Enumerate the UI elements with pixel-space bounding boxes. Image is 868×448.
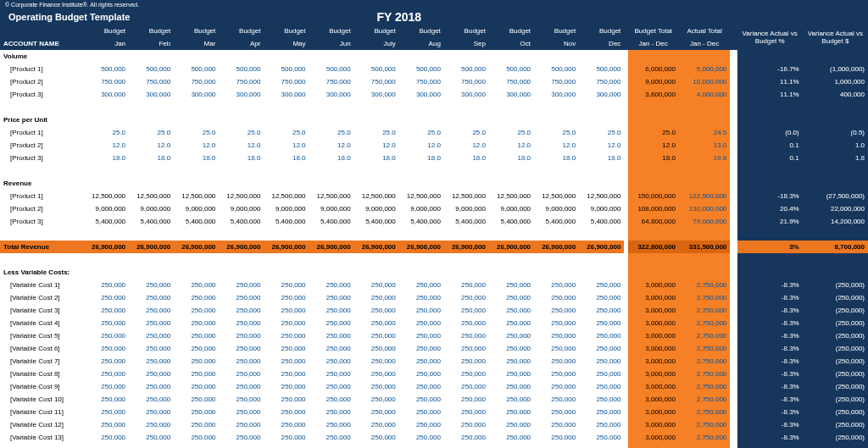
row-label: [Product 1] — [0, 126, 84, 139]
row-label: [Variable Cost 3] — [0, 304, 84, 317]
budget-total: 18.0 — [628, 152, 679, 164]
blank-row — [0, 164, 868, 177]
variable-costs-header: Less Variable Costs: — [0, 266, 868, 279]
actual-total: 130,000,000 — [679, 202, 730, 215]
variance-amt: (1,000,000) — [803, 63, 868, 75]
budget-total: 3,000,000 — [628, 317, 679, 329]
actual-total: 2,750,000 — [679, 444, 730, 448]
budget-total: 322,800,000 — [628, 241, 679, 253]
budget-total: 3,000,000 — [628, 406, 679, 418]
actual-total: 2,750,000 — [679, 304, 730, 317]
variance-amt: (250,000) — [803, 406, 868, 418]
budget-total: 3,000,000 — [628, 418, 679, 431]
row-label: [Variable Cost 8] — [0, 368, 84, 380]
row-label: [Product 3] — [0, 152, 84, 164]
budget-total: 64,800,000 — [628, 215, 679, 228]
variance-pct: 3% — [737, 241, 803, 253]
variance-amt: (250,000) — [803, 304, 868, 317]
variance-amt: (0.5) — [803, 126, 868, 139]
variance-pct: -8.3% — [737, 355, 803, 368]
hdr-variance-amt: Variance Actual vs Budget $ — [803, 25, 868, 50]
row-label: [Product 1] — [0, 63, 84, 75]
blank-row — [0, 101, 868, 113]
variance-pct: -8.3% — [737, 418, 803, 431]
data-row: [Product 3]18.018.018.018.018.018.018.01… — [0, 152, 868, 164]
row-label: [Variable Cost 5] — [0, 329, 84, 342]
data-row: [Product 3]300,000300,000300,000300,0003… — [0, 88, 868, 101]
variance-amt: (250,000) — [803, 393, 868, 406]
data-row: [Variable Cost 5]250,000250,000250,00025… — [0, 329, 868, 342]
variance-amt: 400,000 — [803, 88, 868, 101]
variance-pct: 0.1 — [737, 139, 803, 152]
budget-total: 3,000,000 — [628, 291, 679, 304]
data-row: [Variable Cost 11]250,000250,000250,0002… — [0, 406, 868, 418]
variance-pct: 21.9% — [737, 215, 803, 228]
actual-total: 2,750,000 — [679, 431, 730, 444]
data-row: [Product 1]25.025.025.025.025.025.025.02… — [0, 126, 868, 139]
variance-amt: (250,000) — [803, 291, 868, 304]
data-row: [Variable Cost 13]250,000250,000250,0002… — [0, 431, 868, 444]
data-row: [Variable Cost 9]250,000250,000250,00025… — [0, 380, 868, 393]
budget-total: 3,600,000 — [628, 88, 679, 101]
variance-amt: 1,000,000 — [803, 75, 868, 88]
row-label: [Product 1] — [0, 190, 84, 202]
actual-total: 2,750,000 — [679, 329, 730, 342]
data-row: [Variable Cost 4]250,000250,000250,00025… — [0, 317, 868, 329]
data-row: [Variable Cost 7]250,000250,000250,00025… — [0, 355, 868, 368]
actual-total: 79,000,000 — [679, 215, 730, 228]
variance-amt: (250,000) — [803, 431, 868, 444]
fiscal-year: FY 2018 — [174, 9, 624, 25]
variance-pct: -8.3% — [737, 304, 803, 317]
budget-table: Operating Budget Template FY 2018 Budget… — [0, 9, 868, 448]
row-label: [Variable Cost 1] — [0, 279, 84, 291]
row-label: [Variable Cost 11] — [0, 406, 84, 418]
section-title: Volume — [0, 50, 84, 63]
section-header: Price per Unit — [0, 113, 868, 126]
section-title: Revenue — [0, 177, 84, 190]
data-row: [Product 1]12,500,00012,500,00012,500,00… — [0, 190, 868, 202]
actual-total: 2,750,000 — [679, 279, 730, 291]
row-label: [Product 3] — [0, 88, 84, 101]
section-title: Price per Unit — [0, 113, 84, 126]
budget-total: 150,000,000 — [628, 190, 679, 202]
data-row: [Variable Cost 3]250,000250,000250,00025… — [0, 304, 868, 317]
actual-total: 2,750,000 — [679, 368, 730, 380]
actual-total: 2,750,000 — [679, 317, 730, 329]
actual-total: 2,750,000 — [679, 342, 730, 355]
variance-pct: -8.3% — [737, 444, 803, 448]
actual-total: 2,750,000 — [679, 355, 730, 368]
actual-total: 122,500,000 — [679, 190, 730, 202]
variance-pct: -8.3% — [737, 342, 803, 355]
total-revenue-row: Total Revenue26,900,00026,900,00026,900,… — [0, 241, 868, 253]
data-row: [Variable Cost 10]250,000250,000250,0002… — [0, 393, 868, 406]
variance-pct: 11.1% — [737, 75, 803, 88]
variance-amt: (250,000) — [803, 279, 868, 291]
hdr-budget-total: Budget Total — [628, 25, 679, 37]
budget-total: 3,000,000 — [628, 342, 679, 355]
row-label: [Variable Cost 14] — [0, 444, 84, 448]
actual-total: 4,000,000 — [679, 88, 730, 101]
variance-amt: 22,000,000 — [803, 202, 868, 215]
data-row: [Product 1]500,000500,000500,000500,0005… — [0, 63, 868, 75]
section-header: Volume — [0, 50, 868, 63]
account-name-header: ACCOUNT NAME — [0, 37, 84, 50]
variance-amt: (250,000) — [803, 380, 868, 393]
actual-total: 331,500,000 — [679, 241, 730, 253]
spreadsheet: © Corporate Finance Institute®. All righ… — [0, 0, 868, 448]
variance-amt: 1.8 — [803, 152, 868, 164]
row-label: [Variable Cost 13] — [0, 431, 84, 444]
data-row: [Product 2]750,000750,000750,000750,0007… — [0, 75, 868, 88]
row-label: [Variable Cost 10] — [0, 393, 84, 406]
copyright-bar: © Corporate Finance Institute®. All righ… — [0, 0, 868, 9]
hdr-budget: Budget — [84, 25, 129, 37]
budget-total: 25.0 — [628, 126, 679, 139]
budget-total: 9,000,000 — [628, 75, 679, 88]
actual-total: 2,750,000 — [679, 380, 730, 393]
data-row: [Product 2]12.012.012.012.012.012.012.01… — [0, 139, 868, 152]
budget-total: 3,000,000 — [628, 304, 679, 317]
budget-total: 6,000,000 — [628, 63, 679, 75]
hdr-variance-pct: Variance Actual vs Budget % — [737, 25, 803, 50]
data-row: [Variable Cost 8]250,000250,000250,00025… — [0, 368, 868, 380]
data-row: [Variable Cost 12]250,000250,000250,0002… — [0, 418, 868, 431]
row-label: [Variable Cost 12] — [0, 418, 84, 431]
